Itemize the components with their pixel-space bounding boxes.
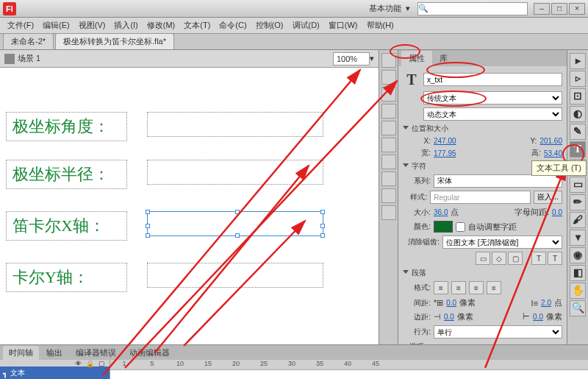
pen-tool-icon[interactable]: ✎: [570, 124, 586, 140]
align-justify-icon[interactable]: ≡: [487, 281, 501, 294]
layer-row[interactable]: ┓ 文本: [0, 366, 110, 379]
zoom-tool-icon[interactable]: 🔍: [570, 300, 586, 316]
eyedropper-tool-icon[interactable]: ◉: [570, 247, 586, 263]
text-tool-icon[interactable]: T: [570, 141, 586, 157]
selection-handle[interactable]: [320, 233, 325, 238]
lasso-tool-icon[interactable]: ◐: [570, 106, 586, 122]
menu-insert[interactable]: 插入(I): [111, 18, 140, 32]
font-family-input[interactable]: [434, 174, 562, 188]
transform-tool-icon[interactable]: ⊡: [570, 88, 586, 105]
selection-handle[interactable]: [235, 210, 240, 214]
tab-timeline[interactable]: 时间轴: [3, 346, 39, 360]
stage-text-label-4[interactable]: 卡尔Y轴：: [6, 263, 127, 292]
text-engine-select[interactable]: 传统文本: [423, 91, 562, 105]
line-spacing-value[interactable]: 2.0: [541, 299, 551, 307]
workspace-switcher[interactable]: 基本功能: [369, 3, 401, 14]
close-button[interactable]: ×: [569, 3, 585, 15]
margin-right-value[interactable]: 0.0: [533, 313, 543, 321]
doc-tab-1[interactable]: 未命名-2*: [3, 33, 54, 49]
align-center-icon[interactable]: ≡: [451, 281, 466, 294]
selection-handle[interactable]: [235, 233, 240, 238]
stage[interactable]: 极坐标角度： 极坐标半径： 笛卡尔X轴： 卡尔Y轴：: [0, 68, 379, 344]
search-input[interactable]: [431, 3, 526, 13]
tab-output[interactable]: 输出: [40, 346, 68, 360]
selection-handle[interactable]: [146, 224, 150, 228]
border-icon[interactable]: ▢: [508, 252, 523, 265]
menu-debug[interactable]: 调试(D): [290, 18, 323, 32]
tab-motion-editor[interactable]: 动画编辑器: [123, 346, 176, 360]
dock-btn-4[interactable]: [381, 104, 396, 118]
x-value[interactable]: 247.00: [434, 137, 456, 145]
dock-btn-9[interactable]: [381, 188, 396, 203]
stage-text-input-2[interactable]: [147, 160, 323, 185]
selection-handle[interactable]: [320, 210, 325, 214]
font-size-value[interactable]: 36.0: [434, 208, 448, 216]
dock-btn-2[interactable]: [381, 70, 396, 85]
w-value[interactable]: 177.95: [434, 149, 456, 157]
menu-view[interactable]: 视图(V): [76, 18, 109, 32]
dock-btn-1[interactable]: [381, 53, 396, 68]
y-value[interactable]: 201.60: [539, 137, 562, 145]
dock-btn-6[interactable]: [381, 138, 396, 152]
outline-icon[interactable]: ▢: [98, 360, 105, 366]
menu-window[interactable]: 窗口(W): [326, 18, 361, 32]
selection-handle[interactable]: [146, 210, 150, 214]
workspace-dropdown-icon[interactable]: ▾: [406, 4, 410, 13]
instance-name-input[interactable]: [423, 73, 562, 86]
stage-text-label-3[interactable]: 笛卡尔X轴：: [6, 211, 127, 241]
doc-tab-2[interactable]: 极坐标转换为笛卡尔坐标.fla*: [55, 33, 174, 49]
antialias-select[interactable]: 位图文本 [无消除锯齿]: [442, 235, 562, 249]
stage-text-input-3[interactable]: [147, 211, 323, 236]
menu-commands[interactable]: 命令(C): [216, 18, 249, 32]
margin-left-value[interactable]: 0.0: [444, 313, 454, 321]
menu-modify[interactable]: 修改(M): [144, 18, 179, 32]
menu-file[interactable]: 文件(F): [4, 18, 37, 32]
section-paragraph[interactable]: 段落: [403, 268, 562, 278]
letter-spacing-value[interactable]: 0.0: [552, 208, 562, 216]
maximize-button[interactable]: □: [551, 3, 567, 15]
line-behavior-select[interactable]: 单行: [434, 325, 562, 339]
indent-value[interactable]: 0.0: [446, 299, 456, 307]
zoom-dropdown-icon[interactable]: ▾: [370, 54, 374, 63]
stage-text-input-1[interactable]: [147, 112, 323, 137]
visibility-icon[interactable]: 👁: [75, 360, 82, 366]
dock-btn-8[interactable]: [381, 171, 396, 186]
menu-help[interactable]: 帮助(H): [364, 18, 397, 32]
dock-btn-3[interactable]: [381, 87, 396, 102]
h-value[interactable]: 53.40: [544, 149, 562, 157]
html-icon[interactable]: ◇: [492, 252, 506, 265]
subselect-tool-icon[interactable]: ▹: [570, 71, 586, 87]
selectable-icon[interactable]: ▭: [476, 252, 490, 265]
superscript-icon[interactable]: T: [531, 252, 546, 265]
hand-tool-icon[interactable]: ✋: [570, 283, 586, 299]
brush-tool-icon[interactable]: 🖌: [570, 212, 586, 228]
zoom-field[interactable]: 100%: [333, 52, 370, 65]
pencil-tool-icon[interactable]: ✏: [570, 194, 586, 210]
menu-control[interactable]: 控制(O): [253, 18, 287, 32]
rect-tool-icon[interactable]: ▭: [570, 177, 586, 193]
selection-tool-icon[interactable]: ▸: [570, 53, 586, 69]
minimize-button[interactable]: –: [534, 3, 550, 15]
dock-btn-10[interactable]: [381, 205, 396, 220]
selection-handle[interactable]: [146, 233, 150, 238]
section-options[interactable]: 选项: [403, 341, 562, 344]
bucket-tool-icon[interactable]: ▾: [570, 230, 586, 246]
align-right-icon[interactable]: ≡: [469, 281, 484, 294]
menu-edit[interactable]: 编辑(E): [40, 18, 73, 32]
auto-kern-checkbox[interactable]: [456, 222, 465, 232]
tab-compiler-errors[interactable]: 编译器错误: [70, 346, 122, 360]
layer-name[interactable]: 文本: [10, 368, 25, 378]
section-position-size[interactable]: 位置和大小: [403, 124, 562, 134]
stage-text-label-1[interactable]: 极坐标角度：: [6, 112, 127, 141]
frames-area[interactable]: 151015202530354045: [110, 360, 588, 379]
embed-button[interactable]: 嵌入...: [534, 191, 562, 204]
text-color-chip[interactable]: [434, 221, 453, 233]
lock-icon[interactable]: 🔒: [86, 360, 94, 366]
subscript-icon[interactable]: T: [548, 252, 562, 265]
menu-text[interactable]: 文本(T): [181, 18, 213, 32]
dock-btn-5[interactable]: [381, 121, 396, 135]
search-box[interactable]: 🔍: [417, 2, 528, 15]
scene-label[interactable]: 场景 1: [18, 53, 40, 64]
dock-btn-7[interactable]: [381, 155, 396, 169]
tab-library[interactable]: 库: [432, 51, 455, 66]
